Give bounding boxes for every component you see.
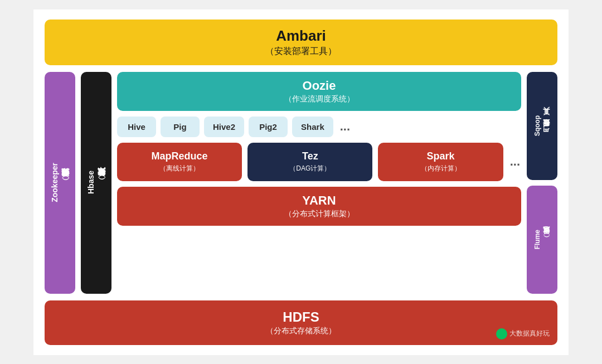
oozie-title: Oozie [123, 79, 516, 93]
tez-subtitle: （DAG计算） [253, 164, 367, 173]
tool-hive2: Hive2 [204, 117, 244, 137]
wechat-icon [496, 328, 507, 339]
ambari-bar: Ambari （安装部署工具） [45, 20, 557, 65]
spark-box: Spark （内存计算） [378, 143, 503, 181]
zookeeper-label: Zookeeper（分布式协调服务） [50, 163, 70, 202]
tool-shark: Shark [292, 117, 333, 137]
main-container: Ambari （安装部署工具） Zookeeper（分布式协调服务） Hbase… [33, 9, 569, 355]
hdfs-row: HDFS （分布式存储系统） 大数据真好玩 [45, 300, 557, 345]
flume-column: Flume（日志收集） [527, 186, 557, 294]
tez-title: Tez [253, 151, 367, 162]
sqoop-column: Sqoop（数据迁ETL工具） [527, 72, 557, 180]
sqoop-label: Sqoop（数据迁ETL工具） [533, 115, 551, 136]
watermark: 大数据真好玩 [496, 328, 550, 339]
compute-row: MapReduce （离线计算） Tez （DAG计算） Spark （内存计算… [117, 143, 521, 181]
tools-dots: ... [338, 119, 352, 134]
tools-row: Hive Pig Hive2 Pig2 Shark ... [117, 117, 521, 137]
tool-hive: Hive [117, 117, 156, 137]
spark-title: Spark [383, 151, 497, 162]
tool-pig2: Pig2 [249, 117, 288, 137]
yarn-bar: YARN （分布式计算框架） [117, 187, 521, 226]
oozie-subtitle: （作业流调度系统） [123, 94, 516, 104]
right-column: Sqoop（数据迁ETL工具） Flume（日志收集） [527, 72, 557, 294]
spark-subtitle: （内存计算） [383, 164, 497, 173]
center-column: Oozie （作业流调度系统） Hive Pig Hive2 Pig2 Shar… [117, 72, 521, 294]
mapreduce-subtitle: （离线计算） [123, 164, 236, 173]
watermark-text: 大数据真好玩 [509, 329, 550, 338]
ambari-subtitle: （安装部署工具） [50, 46, 552, 57]
hbase-column: Hbase（分布式数据库） [81, 72, 111, 294]
oozie-bar: Oozie （作业流调度系统） [117, 72, 521, 111]
hdfs-bar: HDFS （分布式存储系统） 大数据真好玩 [45, 300, 557, 345]
tool-pig: Pig [161, 117, 200, 137]
mapreduce-box: MapReduce （离线计算） [117, 143, 242, 181]
zookeeper-column: Zookeeper（分布式协调服务） [45, 72, 75, 294]
yarn-title: YARN [123, 193, 516, 208]
hbase-label: Hbase（分布式数据库） [86, 171, 106, 194]
hdfs-title: HDFS [50, 309, 552, 325]
hdfs-subtitle: （分布式存储系统） [50, 326, 552, 336]
compute-dots: ... [509, 143, 521, 181]
ambari-title: Ambari [50, 27, 552, 45]
mapreduce-title: MapReduce [123, 151, 236, 162]
body-row: Zookeeper（分布式协调服务） Hbase（分布式数据库） Oozie （… [45, 72, 557, 294]
yarn-subtitle: （分布式计算框架） [123, 209, 516, 219]
flume-label: Flume（日志收集） [533, 230, 551, 249]
tez-box: Tez （DAG计算） [247, 143, 372, 181]
